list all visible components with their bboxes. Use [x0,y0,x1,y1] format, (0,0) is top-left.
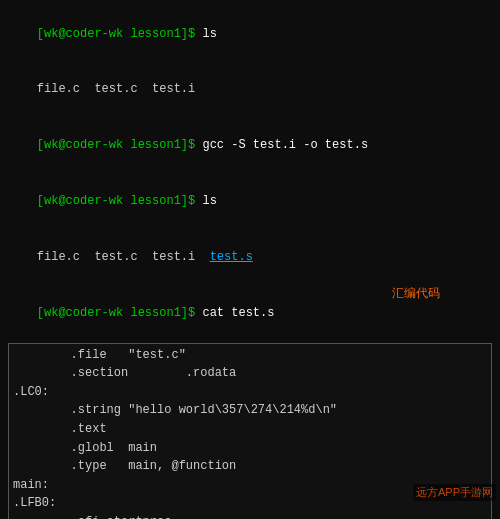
ls-testi: test.i [152,82,195,96]
cmd-line-2: [wk@coder-wk lesson1]$ gcc -S test.i -o … [8,118,492,174]
annotation-label: 汇编代码 [392,285,440,302]
ls-testc: test.c [94,82,152,96]
asm-line-type: .type main, @function [13,457,487,476]
cmd-4: cat test.s [202,306,274,320]
cmd-2: gcc -S test.i -o test.s [202,138,368,152]
ls-output-1: file.c test.c test.i [8,62,492,118]
asm-line-globl: .globl main [13,439,487,458]
terminal-window: [wk@coder-wk lesson1]$ ls file.c test.c … [0,0,500,519]
prompt-4: [wk@coder-wk lesson1]$ [37,306,203,320]
ls-file1: file.c [37,82,95,96]
asm-line-string: .string "hello world\357\274\214%d\n" [13,401,487,420]
ls-file2: file.c [37,250,95,264]
watermark-1: 远方APP手游网 [413,484,496,501]
cmd-1: ls [202,27,216,41]
prompt-2: [wk@coder-wk lesson1]$ [37,138,203,152]
prompt-3: [wk@coder-wk lesson1]$ [37,194,203,208]
ls-testi2: test.i [152,250,210,264]
asm-line-cfi-start: .cfi_startproc [13,513,487,519]
ls-output-2: file.c test.c test.i test.s [8,229,492,285]
asm-line-file: .file "test.c" [13,346,487,365]
asm-line-text: .text [13,420,487,439]
cmd-3: ls [202,194,216,208]
asm-line-section: .section .rodata [13,364,487,383]
cmd-line-1: [wk@coder-wk lesson1]$ ls [8,6,492,62]
asm-line-lc0: .LC0: [13,383,487,402]
ls-tests: test.s [210,250,253,264]
cmd-line-3: [wk@coder-wk lesson1]$ ls [8,173,492,229]
ls-testc2: test.c [94,250,152,264]
prompt-1: [wk@coder-wk lesson1]$ [37,27,203,41]
